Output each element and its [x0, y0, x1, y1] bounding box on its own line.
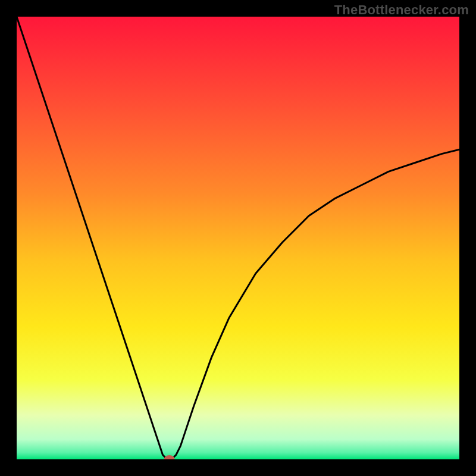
chart-svg — [17, 17, 459, 459]
chart-frame: TheBottlenecker.com — [0, 0, 476, 476]
chart-plot-area — [17, 17, 459, 459]
chart-background — [17, 17, 459, 459]
watermark-text: TheBottlenecker.com — [334, 2, 469, 18]
